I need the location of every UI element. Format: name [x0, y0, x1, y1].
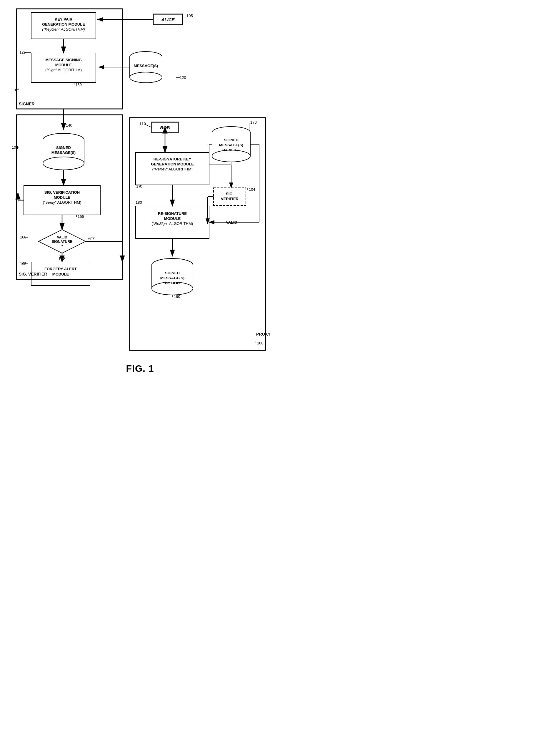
svg-point-15	[130, 72, 162, 83]
signed-alice-line1: SIGNED	[224, 138, 239, 142]
rekeygen-line2: GENERATION MODULE	[151, 162, 194, 166]
ref-104b: 104	[249, 187, 255, 192]
msgsigning-line1: MESSAGE SIGNING	[45, 58, 82, 62]
valid-sig-line3: ?	[61, 244, 63, 248]
keypairgen-line2: GENERATION MODULE	[42, 22, 85, 26]
msgsigning-line2: MODULE	[55, 63, 72, 67]
sig-verifier-small-line1: SIG.	[226, 192, 234, 196]
ref-155: 155	[78, 214, 84, 219]
ref-120: 120	[180, 75, 186, 80]
signed-bob-line3: BY BOB	[165, 281, 180, 285]
signed-bob-line2: MESSAGE(S)	[160, 276, 184, 280]
ref-110: 110	[139, 121, 146, 126]
valid-sig-line2: SIGNATURE	[52, 239, 72, 244]
ref-140: 140	[66, 123, 72, 128]
resign-line2: MODULE	[164, 216, 181, 221]
proxy-label: PROXY	[256, 332, 271, 336]
messages-label: MESSAGE(S)	[134, 63, 158, 68]
alice-label: ALICE	[161, 17, 175, 22]
resign-line3: ("ReSign" ALGORITHM)	[152, 221, 193, 226]
yes-label: YES	[88, 237, 95, 241]
sigverif-line1: SIG. VERIFICATION	[44, 190, 80, 195]
rekeygen-line1: RE-SIGNATURE KEY	[154, 157, 192, 161]
keypairgen-line3: ("KeyGen" ALGORITHM)	[42, 27, 85, 32]
msgsigning-line3: ("Sign" ALGORITHM)	[45, 68, 82, 72]
ref-170: 170	[250, 120, 257, 124]
signed-alice-line3: BY ALICE	[222, 148, 240, 152]
bob-label: BOB	[160, 125, 170, 130]
svg-point-27	[43, 157, 84, 170]
signed-alice-line2: MESSAGE(S)	[219, 143, 243, 147]
fig-caption: FIG. 1	[8, 363, 272, 374]
sigverif-line3: ("Verify" ALGORITHM)	[43, 200, 81, 205]
ref-130: 130	[75, 82, 82, 87]
sig-verifier-box-label: SIG. VERIFIER	[19, 272, 47, 276]
valid-sig-line1: VALID	[57, 235, 67, 239]
diagram-svg: SIGNER 102 KEY PAIR GENERATION MODULE ("…	[8, 6, 272, 359]
ref-190: 190	[174, 294, 180, 299]
signed-bob-line1: SIGNED	[165, 271, 180, 275]
signer-label: SIGNER	[19, 101, 35, 106]
signed-msgs-label1: SIGNED	[56, 146, 71, 150]
keypairgen-line1: KEY PAIR	[55, 17, 73, 21]
ref-180: 180	[136, 200, 142, 205]
rekeygen-line3: ("ReKey" ALGORITHM)	[152, 167, 192, 171]
ref-100: 100	[257, 341, 263, 345]
ref-105: 105	[186, 14, 193, 18]
ref-175: 175	[136, 184, 143, 189]
signed-msgs-label2: MESSAGE(S)	[52, 150, 76, 155]
forgery-line1: FORGERY ALERT	[44, 267, 77, 271]
resign-line1: RE-SIGNATURE	[158, 211, 187, 216]
sigverif-line2: MODULE	[54, 195, 71, 199]
sig-verifier-small-line2: VERIFIER	[221, 197, 239, 201]
diagram-container: SIGNER 102 KEY PAIR GENERATION MODULE ("…	[8, 6, 272, 374]
forgery-line2: MODULE	[52, 272, 69, 276]
